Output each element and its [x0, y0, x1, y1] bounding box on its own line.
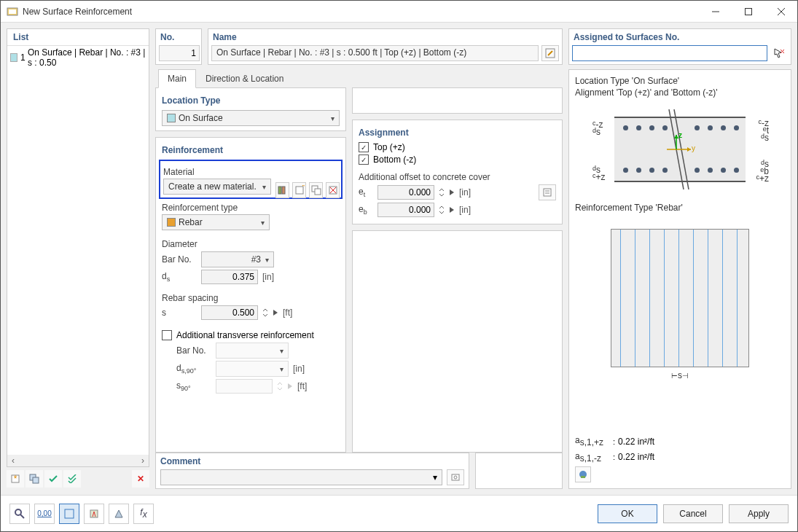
check2-item-button[interactable] [63, 470, 81, 488]
svg-rect-14 [282, 187, 285, 194]
svg-rect-32 [581, 476, 585, 478]
material-new-button[interactable]: * [292, 182, 306, 198]
play-icon[interactable] [449, 189, 455, 196]
svg-text:*: * [302, 185, 305, 192]
name-input[interactable]: On Surface | Rebar | No. : #3 | s : 0.50… [211, 45, 539, 61]
play-icon[interactable] [449, 206, 455, 214]
trans-s-input [216, 379, 273, 394]
assignment-panel: Assignment Top (+z) Bottom (-z) Addition… [352, 120, 563, 224]
close-button[interactable] [764, 1, 797, 23]
material-copy-button[interactable] [309, 182, 323, 198]
tool-a-button[interactable] [84, 504, 104, 524]
app-icon [7, 6, 18, 17]
item-swatch-icon [10, 53, 17, 62]
number-input[interactable] [159, 45, 200, 61]
et-input[interactable]: 0.000 [378, 185, 434, 200]
ok-button[interactable]: OK [598, 504, 657, 523]
window-title: New Surface Reinforcement [23, 7, 699, 17]
svg-rect-1 [9, 9, 16, 14]
list-panel: List 1 On Surface | Rebar | No. : #3 | s… [7, 28, 149, 489]
rebar-spacing-label: Rebar spacing [162, 293, 340, 303]
units-button[interactable]: 0,00 [34, 504, 55, 524]
comment-extra-button[interactable] [447, 469, 464, 485]
preview-location-title: Location Type 'On Surface' [575, 76, 785, 86]
svg-line-34 [20, 515, 24, 518]
ds-input[interactable]: 0.375 [201, 270, 258, 284]
bar-no-label: Bar No. [162, 254, 197, 265]
list-item[interactable]: 1 On Surface | Rebar | No. : #3 | s : 0.… [7, 46, 149, 69]
s-dimension-label: ⊢s⊣ [611, 370, 749, 380]
spinner-icon [277, 381, 283, 391]
comment-title: Comment [160, 456, 464, 466]
location-type-title: Location Type [162, 95, 340, 106]
material-library-button[interactable] [275, 182, 289, 198]
help-button[interactable] [9, 504, 30, 524]
view-toggle-button[interactable] [59, 504, 79, 524]
name-edit-button[interactable] [541, 45, 559, 61]
assigned-input[interactable] [572, 45, 767, 61]
scroll-right-icon[interactable]: › [137, 455, 149, 466]
apply-button[interactable]: Apply [729, 504, 789, 523]
number-header: No. [156, 29, 201, 45]
preview-info-button[interactable] [575, 466, 591, 482]
trans-ds-label: ds,90° [176, 363, 211, 375]
minimize-button[interactable] [699, 1, 732, 23]
top-checkbox[interactable] [359, 142, 369, 152]
section-diagram: z y c-z ds ds c+z c-z et ds ds eb c+z [585, 109, 775, 189]
tab-direction-location[interactable]: Direction & Location [196, 69, 293, 88]
eb-input[interactable]: 0.000 [378, 203, 434, 217]
ds-label: ds [162, 271, 197, 283]
list-header: List [7, 29, 149, 46]
spinner-icon[interactable] [439, 187, 445, 197]
spinner-icon[interactable] [262, 308, 268, 318]
et-extra-button[interactable] [539, 184, 556, 200]
preview-alignment-title: Alignment 'Top (+z)' and 'Bottom (-z)' [575, 87, 785, 98]
scroll-left-icon[interactable]: ‹ [7, 455, 19, 466]
new-item-button[interactable]: * [7, 470, 24, 488]
tool-b-button[interactable] [109, 504, 129, 524]
assigned-header: Assigned to Surfaces No. [569, 29, 791, 45]
svg-rect-25 [452, 474, 459, 480]
transverse-label: Additional transverse reinforcement [176, 330, 314, 340]
material-delete-button[interactable] [326, 182, 340, 198]
check-item-button[interactable] [44, 470, 62, 488]
play-icon[interactable] [273, 309, 278, 316]
top-label: Top (+z) [373, 142, 405, 152]
empty-panel-top [352, 87, 563, 114]
delete-item-button[interactable]: ✕ [132, 470, 149, 488]
comment-combo[interactable]: ▾ [160, 469, 442, 485]
trans-bar-no-label: Bar No. [176, 345, 211, 356]
maximize-button[interactable] [732, 1, 764, 23]
trans-s-label: s90° [176, 380, 211, 392]
trans-ds-combo: ▾ [216, 361, 289, 377]
cancel-button[interactable]: Cancel [663, 504, 723, 523]
tab-main[interactable]: Main [158, 69, 196, 88]
svg-rect-18 [315, 189, 321, 195]
assigned-panel: Assigned to Surfaces No. [568, 28, 791, 65]
eb-unit: [in] [459, 205, 471, 215]
reinforcement-title: Reinforcement [162, 145, 340, 155]
trans-bar-no-combo: ▾ [216, 343, 289, 359]
spinner-icon[interactable] [439, 205, 445, 215]
svg-rect-35 [65, 509, 74, 518]
location-type-combo[interactable]: On Surface ▾ [162, 110, 340, 126]
transverse-checkbox[interactable] [162, 330, 172, 340]
list-item-num: 1 [20, 52, 26, 63]
bar-no-combo[interactable]: #3 ▾ [201, 251, 274, 267]
result-as-top: as,1,+z: 0.22 in²/ft [575, 435, 785, 447]
pick-surface-button[interactable] [770, 45, 788, 61]
svg-rect-22 [544, 189, 551, 196]
bottom-checkbox[interactable] [359, 154, 369, 165]
chevron-down-icon: ▾ [265, 256, 269, 264]
reinforcement-type-combo[interactable]: Rebar ▾ [162, 214, 270, 230]
copy-item-button[interactable] [26, 470, 43, 488]
material-combo[interactable]: Create a new material. ▾ [163, 179, 271, 195]
rebar-swatch-icon [167, 218, 176, 227]
s-input[interactable]: 0.500 [201, 305, 258, 320]
tool-fx-button[interactable]: fx [133, 504, 154, 524]
horizontal-scrollbar[interactable]: ‹ › [7, 455, 149, 466]
reinforcement-type-label: Reinforcement type [162, 203, 340, 213]
delete-icon: ✕ [137, 474, 144, 484]
svg-point-33 [15, 509, 21, 515]
name-panel: Name On Surface | Rebar | No. : #3 | s :… [208, 28, 563, 65]
